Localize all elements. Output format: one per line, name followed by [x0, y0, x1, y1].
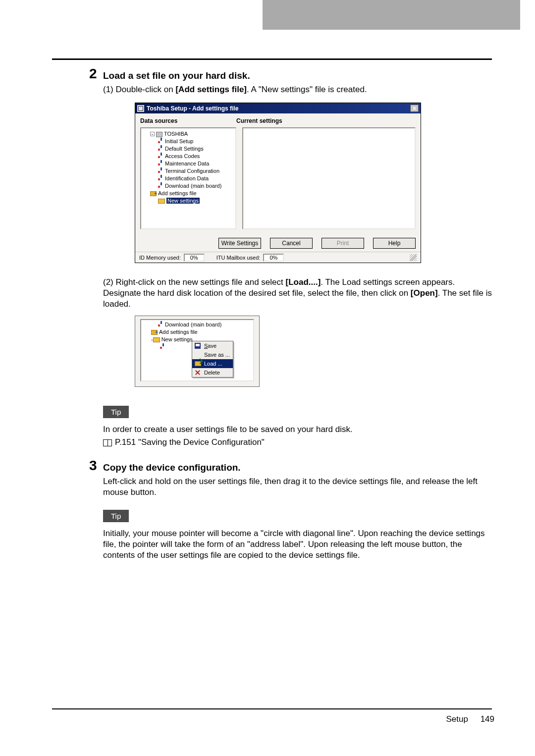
tree-add-settings-file[interactable]: Add settings file: [158, 190, 197, 196]
open-icon: [195, 361, 201, 366]
write-settings-button[interactable]: Write Settings: [218, 238, 261, 249]
window-title: Toshiba Setup - Add settings file: [147, 105, 410, 112]
tree-item[interactable]: Access Codes: [165, 153, 200, 159]
book-icon: [103, 439, 112, 446]
itu-mailbox-label: ITU Mailbox used:: [216, 255, 261, 261]
leaf-icon: [158, 138, 163, 143]
tree-item[interactable]: Initial Setup: [165, 138, 193, 144]
text: (2) Right-click on the new settings file…: [103, 277, 286, 287]
tree-add-settings-file[interactable]: Add settings file: [159, 329, 198, 335]
data-sources-label: Data sources: [140, 117, 236, 124]
page-footer: Setup 149: [446, 714, 494, 724]
menu-delete-label: Delete: [204, 370, 220, 376]
tree-item[interactable]: Terminal Configuration: [165, 168, 219, 174]
tree-item[interactable]: Download (main board): [165, 183, 221, 189]
text: . A "New settings" file is created.: [247, 85, 367, 94]
add-folder-icon: [150, 191, 157, 196]
tree-item[interactable]: Identification Data: [165, 175, 209, 181]
menu-save[interactable]: Save: [192, 341, 233, 350]
tree-new-settings-selected[interactable]: New settings: [166, 198, 200, 204]
step-number-3: 3: [89, 458, 97, 474]
computer-icon: [156, 132, 162, 137]
text: (1) Double-click on: [103, 85, 175, 94]
data-sources-tree[interactable]: -TOSHIBA Initial Setup Default Settings …: [140, 127, 236, 229]
menu-load-label: Load ...: [204, 361, 222, 367]
resize-grip-icon[interactable]: [410, 254, 417, 261]
menu-save-as-label: Save as ...: [204, 352, 230, 358]
print-button: Print: [321, 238, 364, 249]
tree-item[interactable]: Default Settings: [165, 146, 204, 152]
top-rule: [52, 58, 492, 60]
step-3: 3 Copy the device configuration. Left-cl…: [103, 462, 493, 561]
step-2: 2 Load a set file on your hard disk. (1)…: [103, 70, 493, 448]
window-titlebar: Toshiba Setup - Add settings file ×: [135, 103, 421, 113]
tree-item[interactable]: Download (main board): [165, 322, 221, 327]
menu-load[interactable]: Load ...: [192, 359, 233, 368]
screenshot-toshiba-setup: Toshiba Setup - Add settings file × Data…: [135, 103, 421, 263]
step-2-para2: (2) Right-click on the new settings file…: [103, 277, 493, 310]
leaf-icon: [158, 160, 163, 165]
collapse-icon[interactable]: -: [150, 132, 155, 136]
itu-mailbox-value: 0%: [263, 254, 284, 262]
tree-new-settings-selected[interactable]: New settings: [161, 336, 193, 342]
open-folder-icon: [153, 337, 160, 342]
step-2-title: Load a set file on your hard disk.: [103, 70, 493, 81]
leaf-icon: [158, 175, 163, 180]
add-settings-file-ref: [Add settings file]: [175, 85, 247, 94]
current-settings-view: [242, 127, 416, 229]
leaf-icon: [158, 182, 163, 187]
current-settings-label: Current settings: [236, 117, 416, 124]
close-icon[interactable]: ×: [410, 105, 419, 112]
leaf-icon: [158, 167, 163, 172]
leaf-icon: [160, 343, 165, 348]
status-bar: ID Memory used: 0% ITU Mailbox used: 0%: [135, 252, 421, 263]
step-number-2: 2: [89, 66, 97, 82]
tip-badge: Tip: [103, 510, 129, 522]
id-memory-label: ID Memory used:: [139, 255, 181, 261]
footer-section: Setup: [446, 714, 468, 724]
step-3-title: Copy the device configuration.: [103, 462, 493, 473]
leaf-icon: [158, 153, 163, 158]
step-2-para1: (1) Double-click on [Add settings file].…: [103, 84, 493, 95]
context-menu[interactable]: Save Save as ... Load ... Delete: [192, 341, 233, 378]
load-ref: [Load....]: [286, 277, 321, 287]
open-folder-icon: [158, 199, 165, 204]
footer-rule: [52, 708, 492, 709]
app-icon: [137, 105, 144, 112]
tip1-ref-text: P.151 "Saving the Device Configuration": [115, 437, 265, 447]
id-memory-value: 0%: [184, 254, 205, 262]
tree-item[interactable]: Maintenance Data: [165, 161, 209, 166]
step-3-body: Left-click and hold on the user settings…: [103, 476, 493, 498]
tip-badge: Tip: [103, 406, 129, 418]
screenshot-context-menu: Download (main board) Add settings file …: [135, 316, 260, 387]
header-gray-block: [263, 0, 520, 30]
tip1-ref: P.151 "Saving the Device Configuration": [103, 437, 493, 448]
menu-save-as[interactable]: Save as ...: [192, 350, 233, 359]
help-button[interactable]: Help: [373, 238, 416, 249]
open-ref: [Open]: [411, 288, 438, 298]
footer-page: 149: [481, 714, 494, 724]
leaf-icon: [158, 321, 163, 326]
cancel-button[interactable]: Cancel: [270, 238, 313, 249]
tip2-body: Initially, your mouse pointer will becom…: [103, 528, 493, 561]
save-icon: [195, 343, 201, 349]
menu-delete[interactable]: Delete: [192, 368, 233, 377]
tip1-line: In order to create a user settings file …: [103, 424, 493, 435]
delete-icon: [195, 370, 201, 376]
tree-root[interactable]: TOSHIBA: [164, 131, 188, 137]
leaf-icon: [158, 145, 163, 150]
add-folder-icon: [151, 330, 158, 335]
